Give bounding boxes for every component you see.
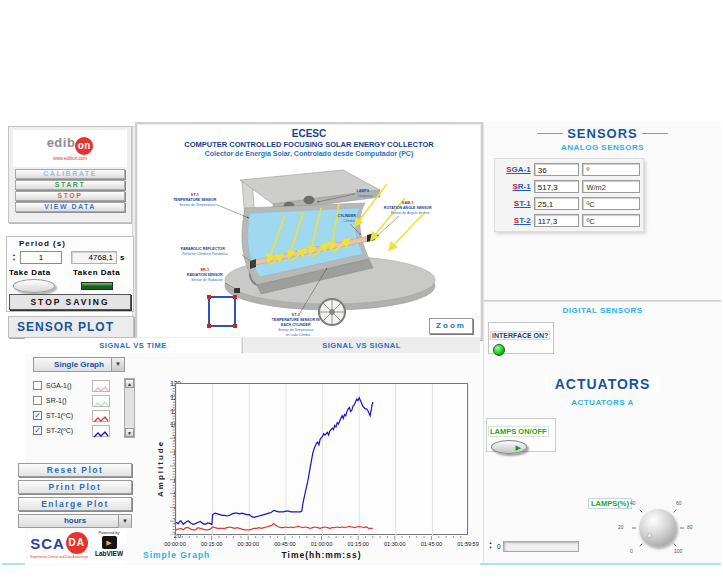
x-axis-ticks: 00:00:0000:15:0000:30:0000:45:0001:00:00… [175,541,468,549]
knob-tick-label: 40 [630,500,636,506]
sensor-value: 117,3 [534,214,580,227]
edibon-url: www.edibon.com [13,156,127,161]
x-tick-label: 01:45:00 [421,541,442,547]
plot-legend: SGA-1() SR-1() ✓ ST-1(ºC) ✓ ST-2(ºC) [33,378,123,438]
sensor-name: ST-2 [498,216,534,225]
lamps-onoff-label: LAMPS ON/OFF [488,426,549,437]
chevron-down-icon[interactable]: ▼ [111,358,124,371]
main-ui: edibon www.edibon.com CALIBRATE START ST… [2,122,721,565]
io-panel: SENSORS ANALOG SENSORS SGA-1 36 º SR-1 5… [483,122,721,563]
scroll-down-icon[interactable]: ▼ [125,428,134,437]
lamps-percent-input-group: ▲▼ 0 [486,540,579,552]
x-tick-label: 00:30:00 [238,541,259,547]
start-button[interactable]: START [15,180,125,190]
edibon-logo: edibon www.edibon.com [13,130,127,167]
sensor-unit: ºC [582,214,640,227]
knob-pointer [647,533,652,538]
legend-line-icon [92,410,110,422]
knob-tick-label: 80 [687,524,693,530]
lamps-percent-slider[interactable] [503,541,579,552]
selection-square [208,296,236,327]
sensor-name: ST-1 [498,199,534,208]
waveform-chart [175,383,468,535]
legend-checkbox-0[interactable] [33,381,42,390]
lamps-onoff-toggle[interactable]: ▶ [491,440,527,454]
plot-tabbar: SIGNAL VS TIME SIGNAL VS SIGNAL [25,338,480,353]
legend-scrollbar[interactable]: ▲ ▼ [124,378,135,438]
legend-label: SR-1() [46,397,92,404]
edibon-logo-circle: on [75,137,93,155]
legend-row: SGA-1() [33,378,123,393]
sensor-value: 36 [534,163,580,176]
legend-row: ✓ ST-2(ºC) [33,423,123,438]
tab-signal-vs-signal[interactable]: SIGNAL VS SIGNAL [242,338,480,353]
application-window: edibon www.edibon.com CALIBRATE START ST… [0,0,723,584]
period-spinner[interactable]: ▲▼ [10,252,18,264]
x-tick-label: 00:00:00 [164,541,185,547]
callout-parabolic-reflector: PARABOLIC REFLECTOR Reflector Cilíndrico… [181,236,229,256]
series-line-ST-2(ºC) [176,398,373,525]
graph-mode-dropdown[interactable]: Single Graph ▼ [33,357,125,372]
sensor-unit: ºC [582,197,640,210]
knob-tick-label: 20 [618,524,624,530]
stop-saving-button[interactable]: STOP SAVING [9,294,131,310]
print-plot-button[interactable]: Print Plot [18,480,132,494]
callout-sr1: SR-1 RADIATION SENSOR Sensor de Radiació… [187,257,227,282]
legend-checkbox-3[interactable]: ✓ [33,426,42,435]
legend-line-icon [92,425,110,437]
elapsed-unit-label: s [120,253,124,262]
view-data-button[interactable]: VIEW DATA [15,202,125,212]
interface-indicator: INTERFACE ON? [488,322,554,354]
legend-checkbox-1[interactable] [33,396,42,405]
analog-sensors-title: ANALOG SENSORS [484,143,721,152]
lamps-percent-knob[interactable] [639,509,677,547]
diagram-title-en: COMPUTER CONTROLLED FOCUSING SOLAR ENERG… [137,140,481,149]
knob-tick-label: 0 [630,548,633,554]
reset-plot-button[interactable]: Reset Plot [18,463,132,477]
zoom-button[interactable]: Zoom [429,318,473,334]
value-spinner[interactable]: ▲▼ [486,540,495,552]
lamp-2 [304,196,315,204]
calibrate-button[interactable]: CALIBRATE [15,169,125,179]
legend-line-icon [92,395,110,407]
period-input[interactable]: 1 [20,251,62,264]
radiation-sensor-body [234,288,240,293]
taken-data-led [81,282,113,290]
interface-on-led [493,344,505,356]
callout-sab1: SAB-1 ROTATION ANGLE SENSOR Sensor de Án… [384,190,436,215]
diagram-title-es: Colector de Energía Solar, Controlado de… [137,150,481,157]
digital-sensors-title: DIGITAL SENSORS [484,306,721,315]
stop-button[interactable]: STOP [15,191,125,201]
sensor-row: ST-2 117,3 ºC [498,212,640,229]
x-tick-label: 00:45:00 [274,541,295,547]
scroll-up-icon[interactable]: ▲ [125,379,134,388]
x-tick-label: 01:00:00 [311,541,332,547]
take-data-toggle[interactable] [13,279,55,293]
elapsed-time-display: 4768,1 [71,251,117,264]
diagram-code-title: ECESC [137,128,481,139]
diagram-panel: ECESC COMPUTER CONTROLLED FOCUSING SOLAR… [135,122,483,340]
toggle-arrow-icon: ▶ [516,443,521,453]
solar-collector-illustration: ST-1 TEMPERATURE SENSOR Sensor de Temper… [137,158,483,340]
sensor-plot-title: SENSOR PLOT [8,316,134,338]
period-group: Period (s) ▲▼ 1 4768,1 s Take Data Taken… [6,236,134,312]
x-tick-label: 01:30:00 [384,541,405,547]
enlarge-plot-button[interactable]: Enlarge Plot [18,497,132,511]
labview-logo: Powered by ▶ LabVIEW [92,530,126,564]
knob-tick-label: 100 [674,548,682,554]
legend-checkbox-2[interactable]: ✓ [33,411,42,420]
legend-row: ✓ ST-1(ºC) [33,408,123,423]
time-unit-dropdown[interactable]: hours ▼ [18,514,132,528]
chevron-down-icon[interactable]: ▼ [118,515,131,528]
callout-st1: ST-1 TEMPERATURE SENSOR Sensor de Temper… [173,182,221,207]
sensors-title: SENSORS [484,126,721,141]
tab-signal-vs-time[interactable]: SIGNAL VS TIME [25,338,241,353]
legend-row: SR-1() [33,393,123,408]
period-label: Period (s) [19,239,66,248]
lamps-percent-value: 0 [497,543,501,550]
scada-logo-circle: DA [66,532,88,554]
sensor-unit: º [582,163,640,176]
labview-arrow-icon: ▶ [102,536,117,549]
sensor-row: ST-1 25,1 ºC [498,195,640,212]
x-axis-label: Time(hh:mm:ss) [175,550,468,560]
